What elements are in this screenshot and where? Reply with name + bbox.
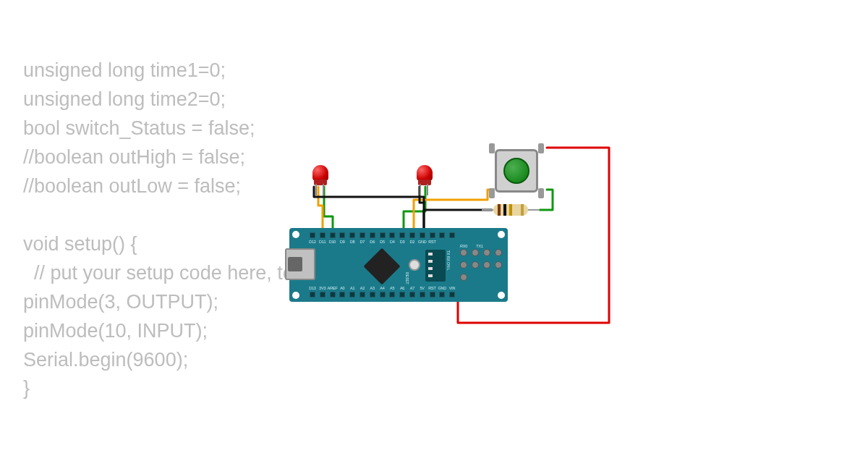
code-line: pinMode(10, INPUT); bbox=[23, 320, 208, 342]
pin[interactable] bbox=[449, 292, 455, 297]
pin[interactable] bbox=[330, 232, 336, 238]
code-line: pinMode(3, OUTPUT); bbox=[23, 291, 218, 313]
pin[interactable] bbox=[370, 232, 375, 238]
pin[interactable] bbox=[380, 292, 386, 297]
pin-label: D2 bbox=[407, 240, 417, 244]
pin[interactable] bbox=[380, 232, 386, 238]
pin[interactable] bbox=[389, 292, 395, 297]
pin-label: A6 bbox=[397, 286, 407, 290]
pad-icon bbox=[460, 249, 467, 256]
button-leg bbox=[489, 143, 495, 153]
pin-label: D6 bbox=[367, 240, 378, 244]
led-leg bbox=[420, 184, 421, 195]
pin-label: 5V bbox=[417, 286, 427, 290]
pin[interactable] bbox=[389, 232, 395, 238]
pin-label: VIN bbox=[447, 286, 457, 290]
led-leg bbox=[315, 184, 317, 195]
pin[interactable] bbox=[370, 292, 375, 297]
pin-label: D13 bbox=[307, 286, 318, 290]
pad-icon bbox=[495, 261, 502, 269]
pin[interactable] bbox=[310, 292, 315, 297]
code-line: Serial.begin(9600); bbox=[23, 349, 188, 371]
pin-label: A2 bbox=[357, 286, 367, 290]
pin-label: D11 bbox=[318, 240, 328, 244]
smd-led-icon bbox=[428, 253, 433, 256]
led-2[interactable] bbox=[417, 165, 433, 185]
resistor-lead bbox=[482, 209, 493, 211]
code-line: bool switch_Status = false; bbox=[23, 117, 255, 139]
smd-block bbox=[425, 250, 446, 282]
board-hole-icon bbox=[498, 292, 505, 299]
reset-label: RESET bbox=[405, 272, 409, 284]
pin[interactable] bbox=[430, 292, 435, 297]
smd-led-icon bbox=[428, 274, 433, 277]
pin[interactable] bbox=[399, 232, 405, 238]
button-cap-icon[interactable] bbox=[503, 158, 529, 184]
pad-icon bbox=[460, 261, 467, 269]
indicator-labels: TX RX ON L bbox=[446, 250, 451, 271]
pin-label: 3V3 bbox=[318, 286, 328, 290]
pin[interactable] bbox=[359, 292, 365, 297]
resistor-band bbox=[521, 204, 524, 216]
wire-led1-gnd bbox=[314, 187, 424, 232]
pin[interactable] bbox=[320, 292, 326, 297]
wire-led1-signal bbox=[324, 187, 333, 232]
pin-label: D4 bbox=[387, 240, 397, 244]
resistor-band bbox=[503, 204, 506, 216]
pin[interactable] bbox=[330, 292, 336, 297]
code-line: } bbox=[23, 377, 30, 399]
pin-label: A4 bbox=[378, 286, 388, 290]
led-bulb-icon bbox=[312, 165, 328, 181]
pin-label: GND bbox=[437, 286, 447, 290]
pad-icon bbox=[483, 249, 490, 256]
pin[interactable] bbox=[439, 292, 445, 297]
button-leg bbox=[489, 188, 495, 198]
usb-inner bbox=[288, 257, 302, 271]
pin-label: A3 bbox=[367, 286, 378, 290]
resistor-band bbox=[509, 204, 512, 216]
pin[interactable] bbox=[449, 232, 455, 238]
pin-label: A1 bbox=[347, 286, 357, 290]
pin-label: D12 bbox=[307, 240, 318, 244]
pin[interactable] bbox=[409, 232, 415, 238]
pin-label: TX1 bbox=[473, 244, 486, 248]
pad-icon bbox=[483, 261, 490, 269]
pin[interactable] bbox=[320, 232, 326, 238]
pin[interactable] bbox=[420, 292, 425, 297]
resistor[interactable] bbox=[482, 203, 540, 217]
pin-labels-top: D12 D11 D10 D9 D8 D7 D6 D5 D4 D3 D2 GND … bbox=[307, 240, 437, 244]
pad-icon bbox=[472, 261, 479, 269]
board-hole-icon bbox=[498, 231, 505, 238]
button-leg bbox=[538, 188, 544, 198]
board-hole-icon bbox=[292, 292, 299, 299]
circuit-canvas[interactable]: D12 D11 D10 D9 D8 D7 D6 D5 D4 D3 D2 GND … bbox=[289, 152, 651, 340]
pad-icon bbox=[495, 249, 502, 256]
pin-label: D7 bbox=[357, 240, 367, 244]
pad-icon bbox=[460, 274, 467, 281]
board-hole-icon bbox=[292, 231, 299, 238]
pin[interactable] bbox=[310, 232, 315, 238]
pin[interactable] bbox=[399, 292, 405, 297]
pin[interactable] bbox=[349, 292, 355, 297]
smd-led-icon bbox=[428, 267, 433, 270]
pin[interactable] bbox=[439, 232, 445, 238]
pad-icon bbox=[472, 249, 479, 256]
led-leg bbox=[323, 184, 324, 195]
pin-label: RST bbox=[427, 240, 438, 244]
usb-port-icon bbox=[285, 248, 315, 280]
led-1[interactable] bbox=[312, 165, 328, 185]
pin[interactable] bbox=[430, 232, 435, 238]
pin-row-top bbox=[310, 232, 455, 238]
led-bulb-icon bbox=[417, 165, 433, 181]
pushbutton[interactable] bbox=[490, 145, 542, 197]
pin[interactable] bbox=[359, 232, 365, 238]
pin-label: RX0 bbox=[457, 244, 470, 248]
pin[interactable] bbox=[409, 292, 415, 297]
pin[interactable] bbox=[339, 232, 345, 238]
pin[interactable] bbox=[420, 232, 425, 238]
pin[interactable] bbox=[349, 232, 355, 238]
pin[interactable] bbox=[339, 292, 345, 297]
smd-led-icon bbox=[428, 260, 433, 263]
reset-button[interactable] bbox=[409, 259, 420, 271]
pin-label: A5 bbox=[387, 286, 397, 290]
